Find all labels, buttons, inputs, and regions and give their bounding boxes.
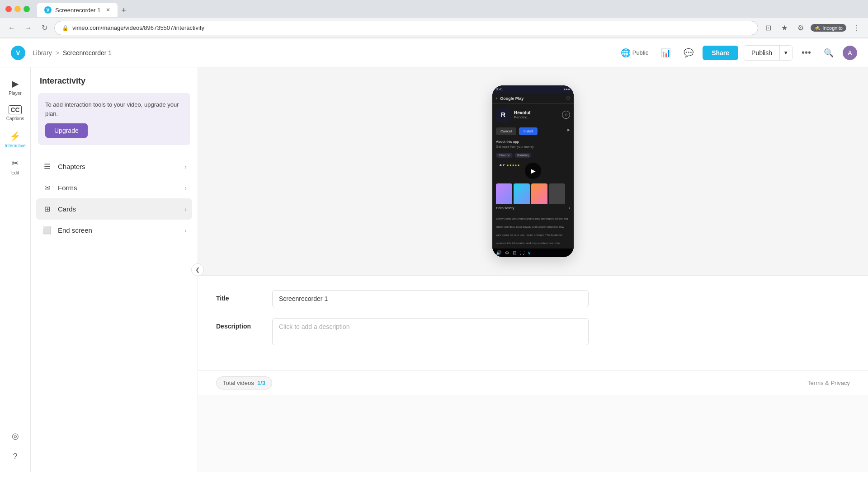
top-nav: V Library > Screenrecorder 1 🌐 Public 📊 … bbox=[0, 38, 868, 67]
title-value: Screenrecorder 1 bbox=[279, 295, 328, 302]
screen-icon[interactable]: ⊡ bbox=[513, 250, 516, 255]
forward-btn[interactable]: → bbox=[22, 22, 34, 34]
content-area: 9:41 ●●● ‹ Google Play ♡ R bbox=[198, 67, 868, 472]
end-screen-arrow-icon: › bbox=[184, 227, 187, 234]
interactivity-panel: Interactivity ❮ To add interaction tools… bbox=[31, 67, 198, 472]
incognito-icon: 🕵 bbox=[814, 25, 821, 31]
browser-max-btn[interactable] bbox=[24, 6, 30, 12]
phone-status-bar: 9:41 ●●● bbox=[492, 85, 574, 93]
install-btn-phone: Install bbox=[519, 127, 538, 135]
volume-icon[interactable]: 🔊 bbox=[496, 250, 501, 255]
phone-time: 9:41 bbox=[496, 87, 503, 91]
panel-collapse-btn[interactable]: ❮ bbox=[191, 263, 204, 276]
tab-favicon: V bbox=[44, 6, 52, 14]
sidebar-item-edit[interactable]: ✂ Edit bbox=[2, 154, 29, 179]
end-screen-label: End screen bbox=[58, 226, 179, 234]
compass-btn[interactable]: ◎ bbox=[8, 427, 23, 445]
chapters-arrow-icon: › bbox=[184, 163, 187, 170]
forms-label: Forms bbox=[58, 184, 179, 192]
description-placeholder: Click to add a description bbox=[279, 323, 349, 330]
publish-btn-group: Publish ▾ bbox=[744, 45, 793, 61]
settings-icon[interactable]: ⚙ bbox=[505, 250, 509, 255]
more-chrome-btn[interactable]: ⋮ bbox=[850, 22, 863, 34]
publish-dropdown-btn[interactable]: ▾ bbox=[779, 46, 792, 60]
tag-finance: Finance bbox=[496, 153, 513, 158]
back-btn[interactable]: ← bbox=[5, 22, 18, 34]
heart-icon: ♡ bbox=[566, 96, 570, 101]
breadcrumb-separator: > bbox=[56, 49, 59, 56]
details-section: Title Screenrecorder 1 Description Click… bbox=[198, 275, 868, 371]
thumbnail-2 bbox=[514, 183, 530, 204]
main-content: ▶ Player CC Captions ⚡ Interactive ✂ Edi… bbox=[0, 67, 868, 472]
more-options-btn[interactable]: ••• bbox=[798, 44, 815, 61]
captions-icon: CC bbox=[9, 105, 21, 114]
app-sub: Pending... bbox=[514, 115, 531, 119]
menu-list: ☰ Chapters › ✉ Forms › ⊞ Cards › ⬜ End s… bbox=[31, 152, 198, 472]
extensions-btn[interactable]: ⚙ bbox=[794, 22, 807, 34]
total-videos-count: 1/3 bbox=[257, 380, 265, 386]
tab-close-btn[interactable]: ✕ bbox=[106, 7, 110, 13]
help-btn[interactable]: ? bbox=[9, 448, 21, 465]
share-button[interactable]: Share bbox=[703, 46, 738, 60]
collapse-icon: ❮ bbox=[195, 267, 200, 273]
cast-btn[interactable]: ⊡ bbox=[762, 22, 774, 34]
description-field-group: Description Click to add a description bbox=[216, 318, 850, 345]
analytics-icon: 📊 bbox=[661, 48, 671, 58]
sidebar-item-interactive[interactable]: ⚡ Interactive bbox=[2, 127, 29, 152]
data-safety-label: Data safety bbox=[496, 206, 514, 210]
browser-min-btn[interactable] bbox=[14, 6, 21, 12]
new-tab-btn[interactable]: + bbox=[118, 4, 130, 17]
cards-arrow-icon: › bbox=[184, 206, 187, 213]
video-controls-bar: 🔊 ⚙ ⊡ ⛶ v bbox=[492, 249, 574, 257]
forms-arrow-icon: › bbox=[184, 184, 187, 192]
title-input[interactable]: Screenrecorder 1 bbox=[272, 290, 589, 307]
menu-item-chapters[interactable]: ☰ Chapters › bbox=[36, 156, 192, 177]
rating-row: 4.7 ★★★★★ bbox=[496, 161, 524, 169]
search-icon: 🔍 bbox=[824, 48, 834, 57]
edit-label: Edit bbox=[11, 170, 19, 176]
end-screen-icon: ⬜ bbox=[42, 226, 52, 235]
app: V Library > Screenrecorder 1 🌐 Public 📊 … bbox=[0, 38, 868, 472]
title-label: Title bbox=[216, 290, 261, 302]
browser-titlebar: V Screenrecorder 1 ✕ + bbox=[0, 0, 868, 18]
play-button[interactable]: ▶ bbox=[525, 163, 541, 179]
sidebar-item-player[interactable]: ▶ Player bbox=[2, 75, 29, 100]
globe-icon: 🌐 bbox=[621, 48, 631, 58]
breadcrumb-library[interactable]: Library bbox=[33, 49, 52, 56]
about-section: About this app Get more from your money bbox=[492, 137, 574, 151]
bookmark-btn[interactable]: ★ bbox=[778, 22, 791, 34]
total-videos-badge: Total videos 1/3 bbox=[216, 376, 272, 389]
app-icon-phone: R bbox=[496, 108, 510, 122]
active-tab[interactable]: V Screenrecorder 1 ✕ bbox=[37, 3, 118, 17]
address-bar: ← → ↻ 🔒 vimeo.com/manage/videos/89673550… bbox=[0, 18, 868, 38]
browser-close-btn[interactable] bbox=[5, 6, 12, 12]
vimeo-logo[interactable]: V bbox=[11, 46, 25, 60]
search-btn[interactable]: 🔍 bbox=[820, 44, 837, 61]
terms-privacy-link[interactable]: Terms & Privacy bbox=[807, 380, 850, 386]
menu-item-end-screen[interactable]: ⬜ End screen › bbox=[36, 220, 192, 241]
user-avatar[interactable]: A bbox=[843, 46, 857, 60]
data-safety-arrow-icon: › bbox=[569, 206, 570, 211]
publish-button[interactable]: Publish bbox=[744, 46, 779, 60]
reload-btn[interactable]: ↻ bbox=[38, 22, 51, 34]
upgrade-button[interactable]: Upgrade bbox=[45, 123, 88, 138]
description-input[interactable]: Click to add a description bbox=[272, 318, 589, 345]
thumbnail-4 bbox=[549, 183, 565, 204]
about-title: About this app bbox=[496, 140, 570, 144]
back-arrow-icon: ‹ bbox=[496, 96, 497, 101]
sidebar-item-captions[interactable]: CC Captions bbox=[2, 102, 29, 125]
url-bar[interactable]: 🔒 vimeo.com/manage/videos/896735507/inte… bbox=[54, 21, 758, 35]
comments-btn[interactable]: 💬 bbox=[680, 44, 697, 61]
menu-item-forms[interactable]: ✉ Forms › bbox=[36, 177, 192, 198]
stars-icon: ★★★★★ bbox=[506, 164, 520, 167]
public-status-btn[interactable]: 🌐 Public bbox=[617, 44, 652, 61]
title-field-group: Title Screenrecorder 1 bbox=[216, 290, 850, 307]
analytics-btn[interactable]: 📊 bbox=[657, 44, 675, 61]
app-header-phone: ‹ Google Play ♡ bbox=[492, 93, 574, 104]
video-preview-area: 9:41 ●●● ‹ Google Play ♡ R bbox=[198, 67, 868, 275]
url-text: vimeo.com/manage/videos/896735507/intera… bbox=[72, 24, 750, 31]
fullscreen-icon[interactable]: ⛶ bbox=[520, 250, 524, 255]
menu-item-cards[interactable]: ⊞ Cards › bbox=[36, 198, 192, 220]
compass-icon: ◎ bbox=[12, 431, 19, 441]
tab-title: Screenrecorder 1 bbox=[55, 7, 100, 14]
